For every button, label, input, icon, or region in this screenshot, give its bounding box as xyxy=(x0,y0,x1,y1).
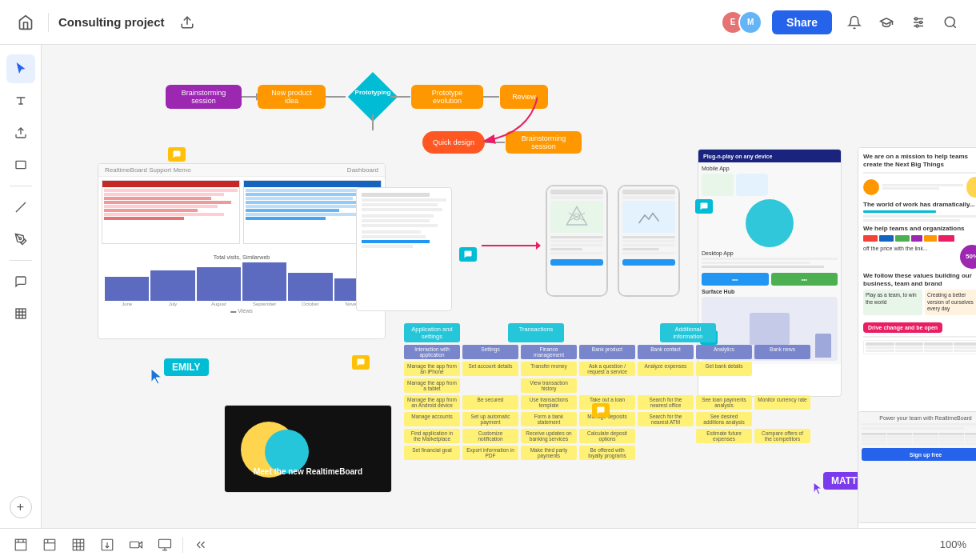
rectangle-tool[interactable] xyxy=(6,150,35,179)
cat-header-1: Application and settings xyxy=(404,323,460,342)
story-3-7: Monitor currency rate xyxy=(754,395,810,410)
story-5-2: Customize notification xyxy=(462,429,518,443)
grad-cap-icon[interactable] xyxy=(874,10,899,35)
flow-arrow-5 xyxy=(372,114,374,130)
flow-node-product[interactable]: New product idea xyxy=(258,85,326,109)
sub-cat-3: Finance management xyxy=(521,345,577,359)
chart-legend: ▬ Views xyxy=(102,308,382,314)
canvas[interactable]: Brainstorming session New product idea P… xyxy=(42,45,976,528)
flow-arrow-2 xyxy=(326,96,346,98)
sliders-icon[interactable] xyxy=(906,10,931,35)
sub-cat-5: Bank contact xyxy=(638,345,694,359)
bell-icon[interactable] xyxy=(842,10,867,35)
svg-rect-10 xyxy=(16,161,26,168)
text-tool[interactable] xyxy=(6,86,35,115)
flow-arrow-1 xyxy=(242,96,258,98)
svg-rect-26 xyxy=(44,539,55,550)
bottom-sticky-icon[interactable] xyxy=(38,534,61,556)
flow-node-brainstorm-1[interactable]: Brainstorming session xyxy=(166,85,242,109)
comment-bubble-3[interactable] xyxy=(695,199,713,214)
landing-title: We are on a mission to help teams create… xyxy=(863,153,976,170)
surface-hub-label: Surface Hub xyxy=(702,289,838,294)
video-text: Meet the new RealtimeBoard xyxy=(254,467,362,476)
bottom-toolbar: 100% xyxy=(0,528,976,560)
landing-subtitle-3: We follow these values building our busi… xyxy=(863,272,976,289)
svg-rect-13 xyxy=(16,309,26,318)
story-1-3: Transfer money xyxy=(521,362,577,376)
story-6-2: Export information in PDF xyxy=(462,446,518,460)
frame-tool[interactable] xyxy=(6,299,35,328)
frame-label-left: RealtimeBoard Support Memo xyxy=(105,166,191,174)
phone-arrowhead xyxy=(536,242,541,250)
chart-label-august: August xyxy=(211,302,226,306)
chart-label-sept: September xyxy=(253,302,276,306)
toolbar-bottom: + xyxy=(10,496,32,518)
select-tool[interactable] xyxy=(6,54,35,83)
share-button[interactable]: Share xyxy=(772,10,832,34)
search-icon[interactable] xyxy=(938,10,963,35)
svg-rect-22 xyxy=(15,539,26,550)
upload-tool[interactable] xyxy=(6,118,35,147)
chart-label-oct: October xyxy=(302,302,318,306)
story-1-6: Get bank details xyxy=(696,362,752,376)
sub-cat-1: Interaction with application xyxy=(404,345,460,359)
svg-point-6 xyxy=(916,25,918,27)
sub-cat-7: Bank news xyxy=(754,345,810,359)
realtime-tagline: Power your team with RealtimeBoard xyxy=(862,415,976,421)
bottom-table-icon[interactable] xyxy=(67,534,90,556)
add-tool[interactable]: + xyxy=(10,496,32,518)
svg-line-8 xyxy=(953,25,955,27)
svg-point-7 xyxy=(945,17,954,26)
story-5-6: Compare offers of the competitors xyxy=(754,429,810,443)
video-frame: Meet the new RealtimeBoard xyxy=(224,405,392,493)
upload-button[interactable] xyxy=(174,10,200,35)
bottom-export-icon[interactable] xyxy=(96,534,118,556)
story-3-3: Use transactions template xyxy=(521,395,577,410)
drive-change-btn[interactable]: Drive change and be open xyxy=(863,322,942,333)
flow-node-quick[interactable]: Quick design xyxy=(422,131,485,154)
flow-arrow-3 xyxy=(390,96,410,98)
pen-tool[interactable] xyxy=(6,225,35,254)
story-5-4: Calculate deposit options xyxy=(579,429,635,443)
flow-node-review[interactable]: Review xyxy=(500,85,548,109)
comment-bubble-6[interactable] xyxy=(352,355,370,370)
svg-marker-18 xyxy=(567,207,587,226)
cat-header-3: Additional information xyxy=(660,323,716,342)
comment-tool[interactable] xyxy=(6,267,35,296)
btn-2[interactable]: ••• xyxy=(771,273,838,286)
story-1-5: Analyze expenses xyxy=(638,362,694,376)
btn-1[interactable]: ••• xyxy=(702,273,769,286)
header: Consulting project E M Share xyxy=(0,0,976,45)
svg-point-5 xyxy=(920,21,922,23)
story-3-1: Manage the app from an Android device xyxy=(404,395,460,410)
sub-cat-2: Settings xyxy=(462,345,518,359)
header-icons xyxy=(842,10,963,35)
left-toolbar: + xyxy=(0,45,42,528)
svg-rect-29 xyxy=(73,539,84,550)
line-tool[interactable] xyxy=(6,193,35,222)
flow-node-brainstorm-2[interactable]: Brainstorming session xyxy=(506,131,582,154)
comment-bubble-5[interactable] xyxy=(592,403,610,418)
landing-subtitle-2: We help teams and organizations xyxy=(863,225,976,233)
flow-node-prototype[interactable]: Prototype evolution xyxy=(411,85,483,109)
story-3-6: See loan payments analysis xyxy=(696,395,752,410)
sub-cat-4: Bank product xyxy=(579,345,635,359)
bottom-frame-icon[interactable] xyxy=(10,534,32,556)
chart-label-july: July xyxy=(169,302,178,306)
home-button[interactable] xyxy=(13,10,38,35)
canvas-inner: Brainstorming session New product idea P… xyxy=(42,45,976,528)
bottom-screen-icon[interactable] xyxy=(154,534,176,556)
svg-line-11 xyxy=(16,202,26,212)
bottom-collapse-icon[interactable] xyxy=(190,534,212,556)
story-4-5: Search for the nearest ATM xyxy=(638,412,694,426)
realtime-cta-btn[interactable]: Sign up free xyxy=(862,448,976,461)
comment-bubble-2[interactable] xyxy=(459,247,477,262)
user-avatars: E M xyxy=(721,10,762,34)
app-title: Plug-n-play on any device xyxy=(703,154,772,159)
comment-bubble-1[interactable] xyxy=(168,147,186,162)
desktop-app-label: Desktop App xyxy=(702,250,838,256)
value-1: Play as a team, to win the world xyxy=(863,290,922,314)
chart-title: Total visits, Similarweb xyxy=(102,254,382,260)
toolbar-sep-1 xyxy=(10,186,32,186)
bottom-video-icon[interactable] xyxy=(125,534,147,556)
